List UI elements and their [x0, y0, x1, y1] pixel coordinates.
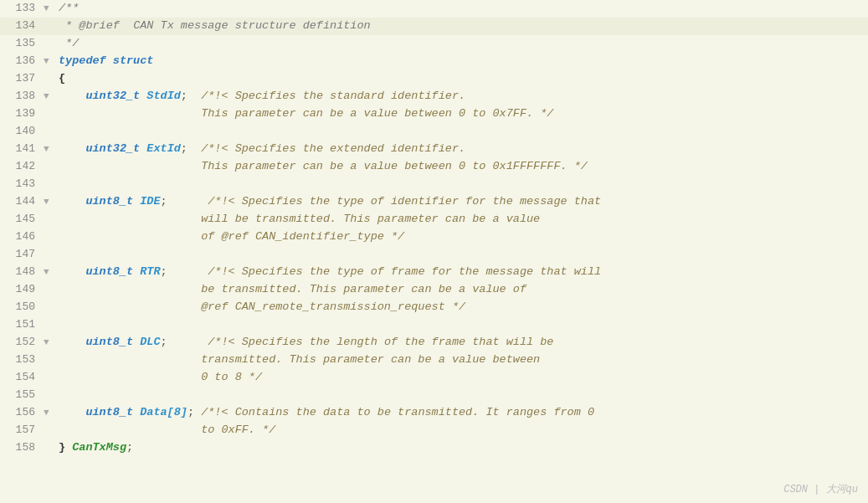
code-token: CAN Tx message structure definition	[133, 19, 371, 32]
code-content	[55, 123, 868, 141]
code-content: transmitted. This parameter can be a val…	[55, 352, 868, 369]
fold-arrow	[44, 18, 55, 19]
code-token: Data[8]	[140, 406, 187, 418]
line-number: 133	[0, 0, 44, 17]
code-token: */	[59, 37, 79, 49]
fold-arrow[interactable]: ▼	[44, 141, 55, 157]
code-line: 135 */	[0, 35, 868, 53]
code-content: @ref CAN_remote_transmission_request */	[55, 299, 868, 316]
line-number: 143	[0, 176, 44, 192]
code-line: 140	[0, 123, 868, 141]
fold-arrow	[44, 352, 55, 353]
code-token: will be transmitted. This parameter can …	[59, 213, 540, 225]
line-number: 148	[0, 264, 44, 280]
code-line: 146 of @ref CAN_identifier_type */	[0, 228, 868, 246]
code-content: {	[55, 70, 868, 88]
line-number: 140	[0, 123, 44, 140]
line-number: 158	[0, 439, 44, 456]
code-token: uint32_t	[59, 90, 146, 102]
fold-arrow	[44, 439, 55, 441]
fold-arrow	[44, 158, 55, 160]
code-content: will be transmitted. This parameter can …	[55, 211, 868, 228]
code-lines: 133▼/**134 * @brief CAN Tx message struc…	[0, 0, 868, 457]
fold-arrow[interactable]: ▼	[44, 264, 55, 280]
fold-arrow	[44, 123, 55, 125]
code-token: uint8_t	[59, 406, 140, 418]
code-line: 142 This parameter can be a value betwee…	[0, 158, 868, 176]
line-number: 145	[0, 211, 44, 228]
fold-arrow[interactable]: ▼	[44, 334, 55, 350]
code-content	[55, 246, 868, 264]
code-line: 136▼typedef struct	[0, 53, 868, 70]
code-content: This parameter can be a value between 0 …	[55, 105, 868, 123]
fold-arrow	[44, 211, 55, 213]
code-content	[55, 387, 868, 404]
code-token: }	[59, 441, 72, 454]
fold-arrow	[44, 281, 55, 283]
code-content: 0 to 8 */	[55, 369, 868, 387]
code-content: */	[55, 35, 868, 53]
line-number: 156	[0, 404, 44, 421]
line-number: 144	[0, 193, 44, 210]
code-content: uint32_t StdId; /*!< Specifies the stand…	[55, 88, 868, 105]
code-line: 141▼ uint32_t ExtId; /*!< Specifies the …	[0, 141, 868, 158]
code-token: ;	[181, 90, 187, 102]
code-token: DLC	[140, 336, 160, 348]
code-token: struct	[113, 54, 154, 67]
code-content: uint8_t DLC; /*!< Specifies the length o…	[55, 334, 868, 352]
code-line: 151	[0, 316, 868, 334]
code-line: 133▼/**	[0, 0, 868, 18]
code-token: uint8_t	[59, 195, 140, 208]
line-number: 135	[0, 35, 44, 52]
line-number: 154	[0, 369, 44, 386]
code-token: /**	[59, 2, 79, 14]
fold-arrow[interactable]: ▼	[44, 0, 55, 16]
code-content: uint8_t IDE; /*!< Specifies the type of …	[55, 193, 868, 211]
code-line: 139 This parameter can be a value betwee…	[0, 105, 868, 123]
fold-arrow[interactable]: ▼	[44, 88, 55, 104]
code-content	[55, 176, 868, 193]
fold-arrow	[44, 369, 55, 371]
line-number: 134	[0, 18, 44, 34]
code-content: uint32_t ExtId; /*!< Specifies the exten…	[55, 141, 868, 158]
fold-arrow	[44, 176, 55, 177]
code-line: 148▼ uint8_t RTR; /*!< Specifies the typ…	[0, 264, 868, 281]
code-token: /*!< Specifies the type of frame for the…	[167, 265, 601, 278]
fold-arrow	[44, 246, 55, 248]
code-token: This parameter can be a value between 0 …	[59, 107, 553, 120]
code-token: ;	[187, 406, 194, 418]
code-token: 0 to 8 */	[59, 371, 262, 383]
code-editor: 133▼/**134 * @brief CAN Tx message struc…	[0, 0, 868, 503]
fold-arrow	[44, 387, 55, 388]
code-content	[55, 316, 868, 334]
code-line: 143	[0, 176, 868, 193]
code-content: /**	[55, 0, 868, 18]
code-token: /*!< Contains the data to be transmitted…	[194, 406, 594, 418]
code-content: * @brief CAN Tx message structure defini…	[55, 18, 868, 35]
code-line: 147	[0, 246, 868, 264]
code-line: 137 {	[0, 70, 868, 88]
code-token: uint8_t	[59, 336, 140, 348]
fold-arrow[interactable]: ▼	[44, 53, 55, 69]
code-line: 156▼ uint8_t Data[8]; /*!< Contains the …	[0, 404, 868, 422]
code-line: 144▼ uint8_t IDE; /*!< Specifies the typ…	[0, 193, 868, 211]
code-token: transmitted. This parameter can be a val…	[59, 353, 540, 366]
code-token: @ref CAN_remote_transmission_request */	[59, 300, 465, 313]
code-token: uint32_t	[59, 142, 146, 155]
fold-arrow	[44, 228, 55, 230]
fold-arrow	[44, 35, 55, 37]
line-number: 149	[0, 281, 44, 298]
line-number: 157	[0, 422, 44, 439]
code-token: {	[59, 72, 65, 85]
fold-arrow	[44, 422, 55, 423]
fold-arrow[interactable]: ▼	[44, 404, 55, 420]
line-number: 147	[0, 246, 44, 263]
code-content: typedef struct	[55, 53, 868, 70]
fold-arrow	[44, 299, 55, 300]
line-number: 151	[0, 316, 44, 333]
code-token: /*!< Specifies the standard identifier.	[187, 90, 465, 102]
code-token: to 0xFF. */	[59, 423, 275, 436]
code-token: typedef	[59, 54, 113, 67]
fold-arrow	[44, 316, 55, 318]
fold-arrow[interactable]: ▼	[44, 193, 55, 209]
